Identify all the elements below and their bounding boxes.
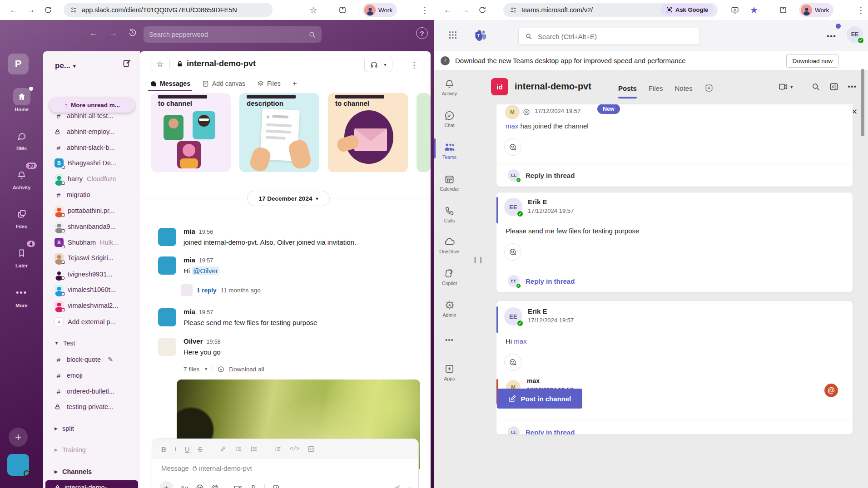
browser-menu-icon[interactable]: ⋮ (856, 5, 867, 15)
bookmark-star-filled-icon[interactable]: ★ (749, 5, 759, 15)
rail-item-copilot[interactable]: Copilot (434, 267, 465, 286)
files-collapse-icon[interactable]: ▼ (204, 367, 208, 371)
extensions-icon[interactable] (337, 5, 348, 15)
channel-row[interactable]: #emoji (47, 369, 136, 382)
meet-chevron-icon[interactable]: ▾ (790, 84, 793, 89)
channel-more-icon[interactable]: ••• (848, 83, 857, 91)
tab-posts[interactable]: Posts (618, 84, 637, 92)
create-new-button[interactable]: + (9, 428, 28, 447)
tab-notes[interactable]: Notes (675, 84, 693, 92)
tab-add-canvas[interactable]: Add canvas (202, 80, 245, 90)
attach-plus-button[interactable]: + (159, 481, 173, 488)
post-in-channel-button[interactable]: Post in channel (497, 389, 582, 409)
format-toggle-icon[interactable]: Aa (180, 484, 188, 488)
mic-icon[interactable] (249, 484, 257, 488)
files-count[interactable]: 7 files (184, 366, 199, 373)
open-in-pane-icon[interactable] (829, 82, 838, 91)
back-icon[interactable]: ← (442, 5, 453, 15)
bookmark-star-icon[interactable]: ☆ (308, 5, 319, 15)
code-block-icon[interactable] (308, 445, 315, 453)
dm-row[interactable]: BBhagyashri De... (47, 156, 136, 170)
reload-icon[interactable] (477, 5, 488, 15)
dm-row[interactable]: shivanibanda9... (47, 220, 136, 233)
avatar-erik[interactable]: EE✓ (504, 307, 522, 325)
message-author[interactable]: Erik E (528, 198, 547, 206)
channel-title[interactable]: internal-demo-pvt (176, 59, 256, 69)
underline-icon[interactable]: U (185, 445, 190, 453)
bullet-list-icon[interactable] (250, 445, 258, 453)
compose-icon[interactable] (123, 59, 132, 68)
rail-item-activity[interactable]: Activity (434, 77, 465, 96)
workspace-name[interactable]: pe...▾ (55, 61, 76, 70)
rail-item-chat[interactable]: Chat (434, 109, 465, 128)
channel-row[interactable]: #ordered-bulletl... (47, 384, 136, 398)
channel-row[interactable]: #abhinit-slack-b... (47, 141, 136, 154)
user-avatar[interactable] (7, 454, 29, 476)
add-external-row[interactable]: +Add external p... (47, 315, 136, 329)
waffle-icon[interactable] (448, 30, 459, 41)
teams-more-icon[interactable]: ••• (827, 32, 836, 41)
send-button[interactable]: ▾ (392, 484, 411, 488)
channel-menu-icon[interactable]: ⋮ (410, 60, 418, 70)
avatar-oilver[interactable] (158, 338, 176, 356)
rail-more-icon[interactable]: ••• (434, 336, 465, 344)
section-split[interactable]: ▶split (47, 422, 136, 435)
rail-item-calendar[interactable]: Calendar (434, 173, 465, 192)
sidebar-item-later[interactable]: Later 4 (0, 244, 43, 268)
mention-max[interactable]: max (506, 122, 518, 130)
tab-messages[interactable]: Messages (150, 80, 190, 90)
section-channels[interactable]: ▶Channels (47, 465, 136, 478)
channel-row[interactable]: #abhinit-all-test... (47, 109, 136, 123)
message-author[interactable]: mia19:57 (184, 308, 213, 315)
thread-summary[interactable]: 1 reply 11 months ago (181, 284, 261, 296)
card-clipped-green[interactable] (417, 93, 431, 172)
section-training[interactable]: ▶Training (47, 443, 136, 457)
site-info-icon[interactable] (70, 6, 77, 14)
date-divider-pill[interactable]: 17 December 2024▾ (247, 191, 330, 206)
bold-icon[interactable]: B (161, 445, 166, 453)
teams-search-input[interactable]: Search (Ctrl+Alt+E) (518, 28, 700, 45)
install-app-icon[interactable] (729, 5, 740, 15)
reply-author[interactable]: max (527, 377, 540, 384)
card-invite-to-channel[interactable]: to channel (151, 93, 231, 172)
forward-icon[interactable]: → (25, 5, 36, 15)
channel-star-button[interactable]: ☆ (150, 57, 170, 71)
history-clock-icon[interactable] (128, 28, 137, 37)
download-all-link[interactable]: Download all (229, 366, 264, 373)
add-reaction-button[interactable] (504, 354, 521, 371)
slash-command-icon[interactable] (272, 484, 280, 488)
message-author[interactable]: mia19:56 (184, 227, 213, 235)
history-back-icon[interactable]: ← (89, 28, 98, 38)
huddle-chevron-icon[interactable]: ▾ (384, 62, 386, 67)
avatar-max[interactable]: M (505, 105, 520, 119)
dm-row[interactable]: harryCloudfuze (47, 172, 136, 186)
section-test[interactable]: ▼Test (47, 336, 136, 350)
mention-max[interactable]: max (514, 337, 526, 345)
sidebar-item-home[interactable]: Home (0, 88, 43, 112)
channel-row[interactable]: #migratio (47, 188, 136, 202)
extensions-icon[interactable] (778, 5, 789, 15)
sidebar-item-dms[interactable]: DMs (0, 127, 43, 151)
rail-item-admin[interactable]: A Admin (434, 299, 465, 318)
search-icon[interactable] (811, 82, 820, 91)
add-reaction-button[interactable] (504, 138, 521, 156)
ordered-list-icon[interactable] (235, 445, 242, 453)
blockquote-icon[interactable] (274, 445, 282, 453)
channel-row[interactable]: testing-private... (47, 400, 136, 414)
message-input[interactable]: Message internal-demo-pvt (152, 459, 418, 472)
link-icon[interactable] (219, 445, 227, 453)
rail-item-onedrive[interactable]: OneDrive (434, 235, 465, 254)
dm-row[interactable]: pottabathini.pr... (47, 204, 136, 217)
site-info-icon[interactable] (510, 6, 517, 14)
avatar-erik[interactable]: EE✓ (504, 198, 522, 216)
teams-profile-avatar[interactable]: EE ✓ (847, 26, 863, 43)
message-author[interactable]: Erik E (528, 307, 547, 315)
channel-row[interactable]: #block-quote✎ (47, 353, 136, 366)
card-add-description[interactable]: description # (239, 93, 319, 172)
emoji-icon[interactable] (196, 484, 204, 488)
forward-icon[interactable]: → (460, 5, 471, 15)
dm-row[interactable]: tvignesh9931... (47, 267, 136, 281)
section-direct-clipped[interactable]: ▶Direct... (47, 484, 136, 488)
tab-files[interactable]: Files (257, 80, 281, 90)
back-icon[interactable]: ← (8, 5, 19, 15)
